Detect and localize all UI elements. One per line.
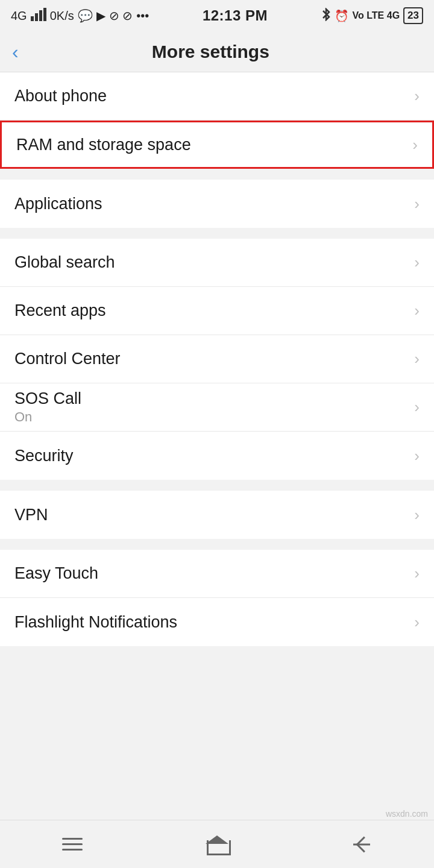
flashlight-notifications-title: Flashlight Notifications <box>14 613 177 632</box>
about-phone-content: About phone <box>14 87 107 105</box>
svg-rect-0 <box>31 16 34 21</box>
control-center-item[interactable]: Control Center › <box>0 335 434 383</box>
easy-touch-item[interactable]: Easy Touch › <box>0 550 434 598</box>
bluetooth-icon <box>321 8 331 24</box>
battery-indicator: 23 <box>403 7 423 24</box>
watermark: wsxdn.com <box>386 809 428 819</box>
header: ‹ More settings <box>0 31 434 72</box>
lte-indicator: Vo LTE 4G <box>353 10 400 21</box>
ram-storage-title: RAM and storage space <box>16 136 191 154</box>
svg-rect-1 <box>35 13 38 21</box>
sos-call-subtitle: On <box>14 409 81 425</box>
applications-item[interactable]: Applications › <box>0 180 434 228</box>
chevron-icon: › <box>414 447 420 465</box>
control-center-title: Control Center <box>14 350 121 368</box>
network-indicator: 4G <box>11 9 27 23</box>
vpn-title: VPN <box>14 506 48 524</box>
chevron-icon: › <box>414 398 420 417</box>
chevron-icon: › <box>412 136 418 154</box>
misc-icons: ⊘ ⊘ <box>109 8 133 23</box>
chevron-icon: › <box>414 195 420 213</box>
hamburger-icon <box>62 838 83 851</box>
easy-touch-title: Easy Touch <box>14 564 98 583</box>
dots-icon: ••• <box>136 9 149 23</box>
section-5: Easy Touch › Flashlight Notifications › <box>0 550 434 646</box>
home-icon <box>207 835 227 854</box>
back-nav-icon <box>351 834 372 855</box>
gap-2 <box>0 228 434 239</box>
chevron-icon: › <box>414 87 420 105</box>
status-bar: 4G 0K/s 💬 ▶ ⊘ ⊘ ••• 12:13 PM ⏰ Vo LTE 4G… <box>0 0 434 31</box>
alarm-icon: ⏰ <box>335 9 349 23</box>
settings-list: About phone › RAM and storage space › Ap… <box>0 72 434 657</box>
section-4: VPN › <box>0 491 434 539</box>
sos-call-item[interactable]: SOS Call On › <box>0 383 434 432</box>
vpn-item[interactable]: VPN › <box>0 491 434 539</box>
section-3: Global search › Recent apps › Control Ce… <box>0 239 434 480</box>
section-2: Applications › <box>0 180 434 228</box>
security-title: Security <box>14 447 74 465</box>
chevron-icon: › <box>414 564 420 583</box>
status-left: 4G 0K/s 💬 ▶ ⊘ ⊘ ••• <box>11 8 149 24</box>
data-speed: 0K/s <box>50 9 74 23</box>
gap-5 <box>0 646 434 657</box>
signal-bars <box>31 8 46 24</box>
menu-button[interactable] <box>48 826 96 863</box>
applications-title: Applications <box>14 195 102 213</box>
home-button[interactable] <box>193 826 241 863</box>
bottom-nav <box>0 820 434 868</box>
back-button[interactable]: ‹ <box>12 42 19 61</box>
svg-rect-3 <box>43 8 46 21</box>
chevron-icon: › <box>414 350 420 368</box>
whatsapp-icon: 💬 <box>78 8 93 23</box>
global-search-title: Global search <box>14 253 115 272</box>
section-1: About phone › RAM and storage space › <box>0 72 434 169</box>
chevron-icon: › <box>414 301 420 320</box>
ram-storage-content: RAM and storage space <box>16 136 191 154</box>
sos-call-title: SOS Call <box>14 389 81 408</box>
status-time: 12:13 PM <box>203 7 268 24</box>
ram-storage-item[interactable]: RAM and storage space › <box>0 121 434 169</box>
gap-1 <box>0 169 434 180</box>
about-phone-title: About phone <box>14 87 107 105</box>
svg-rect-2 <box>39 10 42 21</box>
back-nav-button[interactable] <box>338 826 386 863</box>
youtube-icon: ▶ <box>96 8 105 23</box>
security-item[interactable]: Security › <box>0 432 434 480</box>
gap-4 <box>0 539 434 550</box>
gap-3 <box>0 480 434 491</box>
global-search-item[interactable]: Global search › <box>0 239 434 287</box>
recent-apps-title: Recent apps <box>14 301 106 320</box>
applications-content: Applications <box>14 195 102 213</box>
status-right: ⏰ Vo LTE 4G 23 <box>321 7 423 24</box>
chevron-icon: › <box>414 613 420 632</box>
flashlight-notifications-item[interactable]: Flashlight Notifications › <box>0 598 434 646</box>
recent-apps-item[interactable]: Recent apps › <box>0 287 434 335</box>
chevron-icon: › <box>414 253 420 272</box>
page-title: More settings <box>28 42 393 62</box>
about-phone-item[interactable]: About phone › <box>0 72 434 121</box>
chevron-icon: › <box>414 506 420 524</box>
